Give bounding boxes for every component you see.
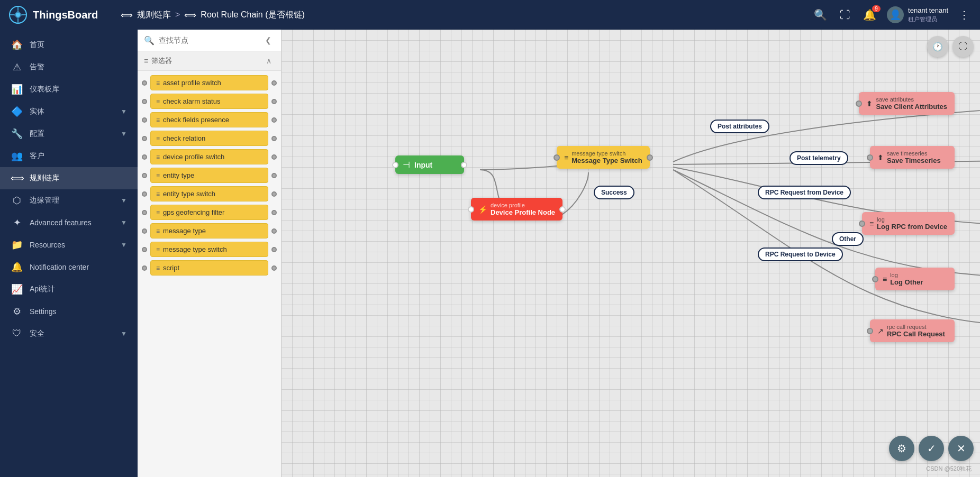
conn-label-other: Other bbox=[832, 232, 864, 246]
breadcrumb-part1[interactable]: 规则链库 bbox=[137, 10, 171, 21]
node-icon: ≡ bbox=[156, 209, 160, 216]
collapse-panel-button[interactable]: ❮ bbox=[262, 35, 275, 45]
list-item[interactable]: ≡ message type bbox=[142, 223, 277, 238]
sidebar-item-alerts[interactable]: ⚠ 告警 bbox=[0, 56, 138, 78]
node-chip-device-profile-switch[interactable]: ≡ device profile switch bbox=[150, 149, 268, 164]
flow-node-device-profile[interactable]: ⚡ device profile Device Profile Node bbox=[471, 198, 562, 221]
connector-right bbox=[271, 154, 277, 160]
sidebar-item-dashboard[interactable]: 📊 仪表板库 bbox=[0, 78, 138, 100]
user-text: tenant tenant 租户管理员 bbox=[908, 6, 948, 23]
node-chip-script[interactable]: ≡ script bbox=[150, 260, 268, 276]
list-item[interactable]: ≡ check alarm status bbox=[142, 94, 277, 109]
flow-node-log-other[interactable]: ≡ log Log Other bbox=[875, 268, 955, 290]
node-chip-check-alarm-status[interactable]: ≡ check alarm status bbox=[150, 94, 268, 109]
node-label: check relation bbox=[163, 134, 205, 142]
node-chip-asset-profile-switch[interactable]: ≡ asset profile switch bbox=[150, 75, 268, 90]
sidebar-label-alerts: 告警 bbox=[30, 62, 127, 72]
entity-arrow-icon: ▼ bbox=[121, 108, 127, 115]
connector-right bbox=[271, 265, 277, 271]
notifications-button[interactable]: 🔔 9 bbox=[861, 6, 878, 23]
node-chip-check-fields-presence[interactable]: ≡ check fields presence bbox=[150, 112, 268, 127]
node-label: script bbox=[163, 264, 179, 272]
connector-right bbox=[461, 162, 467, 168]
connector-left bbox=[142, 210, 147, 215]
canvas-check-button[interactable]: ✓ bbox=[919, 436, 944, 461]
watermark: CSDN @520独花 bbox=[926, 465, 972, 473]
canvas-close-button[interactable]: ✕ bbox=[948, 436, 974, 461]
sidebar-item-notification[interactable]: 🔔 Notification center bbox=[0, 256, 138, 278]
filter-collapse-button[interactable]: ∧ bbox=[263, 56, 275, 66]
flow-node-rpc-call[interactable]: ↗ rpc call request RPC Call Request bbox=[870, 319, 955, 342]
sidebar-item-api[interactable]: 📈 Api统计 bbox=[0, 278, 138, 300]
resources-arrow-icon: ▼ bbox=[121, 241, 127, 249]
flow-node-save-timeseries[interactable]: ⬆ save timeseries Save Timeseries bbox=[870, 146, 955, 169]
search-input[interactable] bbox=[159, 36, 258, 44]
connector-right bbox=[271, 173, 277, 178]
sidebar-item-config[interactable]: 🔧 配置 ▼ bbox=[0, 123, 138, 145]
canvas-gear-button[interactable]: ⚙ bbox=[889, 436, 914, 461]
sidebar-label-settings: Settings bbox=[30, 307, 127, 316]
api-icon: 📈 bbox=[11, 283, 23, 295]
node-label: asset profile switch bbox=[163, 79, 221, 87]
sidebar-item-settings[interactable]: ⚙ Settings bbox=[0, 300, 138, 323]
node-chip-gps-geofencing[interactable]: ≡ gps geofencing filter bbox=[150, 205, 268, 220]
list-item[interactable]: ≡ entity type bbox=[142, 168, 277, 183]
flow-node-input[interactable]: ⊣ Input bbox=[395, 155, 464, 174]
more-menu-button[interactable]: ⋮ bbox=[957, 6, 972, 23]
list-item[interactable]: ≡ script bbox=[142, 260, 277, 276]
node-list: ≡ asset profile switch ≡ check alarm sta… bbox=[138, 71, 281, 477]
sidebar-item-home[interactable]: 🏠 首页 bbox=[0, 34, 138, 56]
sidebar-label-home: 首页 bbox=[30, 40, 127, 50]
log-other-header: log bbox=[890, 272, 923, 278]
flow-node-save-attributes[interactable]: ⬆ save attributes Save Client Attributes bbox=[859, 92, 955, 115]
node-chip-entity-type[interactable]: ≡ entity type bbox=[150, 168, 268, 183]
sidebar-item-resources[interactable]: 📁 Resources ▼ bbox=[0, 234, 138, 256]
list-item[interactable]: ≡ check relation bbox=[142, 131, 277, 146]
user-menu[interactable]: 👤 tenant tenant 租户管理员 bbox=[887, 6, 948, 23]
sidebar-item-entity[interactable]: 🔷 实体 ▼ bbox=[0, 100, 138, 123]
node-chip-message-type[interactable]: ≡ message type bbox=[150, 223, 268, 238]
breadcrumb-part2[interactable]: Root Rule Chain (是否根链) bbox=[201, 10, 305, 21]
list-item[interactable]: ≡ gps geofencing filter bbox=[142, 205, 277, 220]
device-profile-title: Device Profile Node bbox=[491, 208, 555, 216]
node-chip-entity-type-switch[interactable]: ≡ entity type switch bbox=[150, 186, 268, 201]
sidebar-item-rulechain[interactable]: ⟺ 规则链库 bbox=[0, 167, 138, 189]
sidebar-item-security[interactable]: 🛡 安全 ▼ bbox=[0, 323, 138, 344]
list-item[interactable]: ≡ asset profile switch bbox=[142, 75, 277, 90]
list-item[interactable]: ≡ check fields presence bbox=[142, 112, 277, 127]
rpc-call-header: rpc call request bbox=[887, 324, 945, 330]
sidebar-label-advanced: Advanced features bbox=[30, 218, 114, 227]
fullscreen-canvas-button[interactable]: ⛶ bbox=[952, 36, 974, 57]
sidebar-label-config: 配置 bbox=[30, 129, 114, 139]
canvas-area[interactable]: ⊣ Input ⚡ device profile Device Profile … bbox=[282, 30, 980, 477]
sidebar-label-edge: 边缘管理 bbox=[30, 196, 114, 205]
list-item[interactable]: ≡ device profile switch bbox=[142, 149, 277, 164]
main-layout: 🏠 首页 ⚠ 告警 📊 仪表板库 🔷 实体 ▼ 🔧 配置 ▼ 👥 客户 ⟺ 规则… bbox=[0, 30, 980, 477]
list-item[interactable]: ≡ message type switch bbox=[142, 242, 277, 257]
connector-right bbox=[271, 247, 277, 252]
node-chip-message-type-switch[interactable]: ≡ message type switch bbox=[150, 242, 268, 257]
conn-label-rpc-request-from: RPC Request from Device bbox=[758, 186, 851, 199]
node-chip-check-relation[interactable]: ≡ check relation bbox=[150, 131, 268, 146]
sidebar-item-edge[interactable]: ⬡ 边缘管理 ▼ bbox=[0, 189, 138, 212]
rpc-call-title: RPC Call Request bbox=[887, 330, 945, 338]
home-icon: 🏠 bbox=[11, 39, 23, 51]
node-icon: ≡ bbox=[156, 246, 160, 253]
fullscreen-button[interactable]: ⛶ bbox=[838, 7, 852, 23]
breadcrumb-icon: ⟺ bbox=[121, 10, 133, 20]
flow-node-message-type-switch[interactable]: ≡ message type switch Message Type Switc… bbox=[557, 146, 650, 169]
save-ts-icon: ⬆ bbox=[877, 153, 884, 162]
save-attr-header: save attributes bbox=[876, 96, 947, 103]
node-icon: ≡ bbox=[156, 172, 160, 179]
connector-left bbox=[142, 154, 147, 160]
history-button[interactable]: 🕐 bbox=[927, 36, 948, 57]
sidebar-item-advanced[interactable]: ✦ Advanced features ▼ bbox=[0, 212, 138, 234]
sidebar-item-customer[interactable]: 👥 客户 bbox=[0, 145, 138, 167]
connector-right bbox=[271, 136, 277, 141]
list-item[interactable]: ≡ entity type switch bbox=[142, 186, 277, 201]
connector-right bbox=[271, 210, 277, 215]
flow-node-log-rpc-from[interactable]: ≡ log Log RPC from Device bbox=[862, 212, 955, 235]
node-icon: ≡ bbox=[156, 153, 160, 161]
connector-right bbox=[559, 206, 566, 213]
search-button[interactable]: 🔍 bbox=[812, 6, 829, 23]
